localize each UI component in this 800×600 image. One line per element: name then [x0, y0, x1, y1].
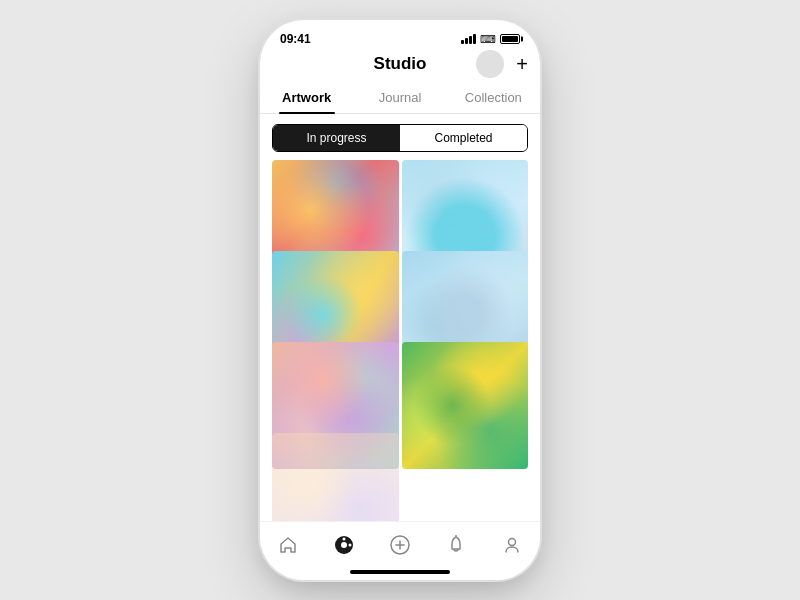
svg-point-1: [341, 542, 347, 548]
svg-point-2: [343, 538, 346, 541]
tab-collection[interactable]: Collection: [447, 82, 540, 113]
completed-button[interactable]: Completed: [400, 125, 527, 151]
app-title: Studio: [374, 54, 427, 74]
phone-frame: 09:41 ⌨ Studio + Artwork Journal Co: [260, 20, 540, 580]
status-bar: 09:41 ⌨: [260, 20, 540, 50]
nav-notifications-button[interactable]: [437, 530, 475, 560]
artwork-grid: [260, 160, 540, 521]
nav-home-button[interactable]: [269, 530, 307, 560]
person-icon: [501, 534, 523, 556]
signal-icon: [461, 34, 476, 44]
bell-icon: [445, 534, 467, 556]
home-icon: [277, 534, 299, 556]
status-icons: ⌨: [461, 33, 520, 46]
artwork-item-6[interactable]: [402, 342, 529, 469]
in-progress-button[interactable]: In progress: [273, 125, 400, 151]
nav-studio-button[interactable]: [325, 530, 363, 560]
nav-add-button[interactable]: [381, 530, 419, 560]
studio-icon: [333, 534, 355, 556]
battery-icon: [500, 34, 520, 44]
status-time: 09:41: [280, 32, 311, 46]
app-header: Studio +: [260, 50, 540, 82]
nav-tabs: Artwork Journal Collection: [260, 82, 540, 114]
toggle-bar: In progress Completed: [272, 124, 528, 152]
tab-journal[interactable]: Journal: [353, 82, 446, 113]
avatar-button[interactable]: [476, 50, 504, 78]
home-indicator: [350, 570, 450, 574]
wifi-icon: ⌨: [480, 33, 496, 46]
nav-profile-button[interactable]: [493, 530, 531, 560]
tab-artwork[interactable]: Artwork: [260, 82, 353, 113]
svg-point-3: [349, 544, 352, 547]
add-button[interactable]: +: [516, 54, 528, 74]
plus-circle-icon: [389, 534, 411, 556]
artwork-item-7[interactable]: [272, 433, 399, 521]
svg-point-8: [509, 539, 516, 546]
